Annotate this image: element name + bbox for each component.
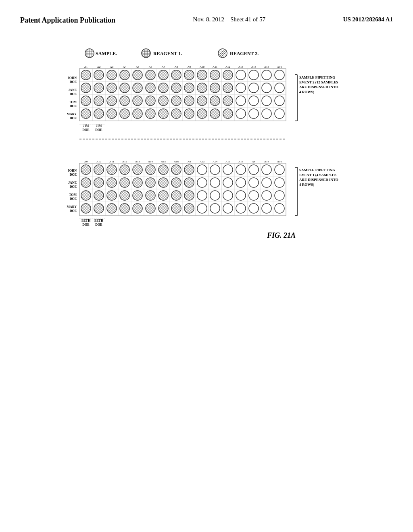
page-container: Patent Application Publication Nov. 8, 2… <box>0 0 413 532</box>
col-a1: A1 <box>84 65 88 69</box>
svg-rect-146 <box>210 109 220 118</box>
svg-rect-70 <box>184 70 194 80</box>
col-a4: A4 <box>123 65 127 69</box>
svg-rect-226 <box>184 191 194 200</box>
row-label-tom-doe-1: TOM <box>69 100 77 104</box>
svg-rect-108 <box>120 96 129 106</box>
cell-t-r1-c13 <box>236 70 246 80</box>
svg-rect-8 <box>85 49 94 58</box>
col-a2: A2 <box>97 65 101 69</box>
svg-rect-84 <box>120 83 129 93</box>
svg-rect-242 <box>171 204 181 213</box>
svg-rect-102 <box>81 96 91 106</box>
svg-rect-132 <box>120 109 129 118</box>
col-a16-top: A16 <box>277 65 282 69</box>
svg-rect-236 <box>133 204 142 213</box>
cell-b-r1-c10 <box>197 165 207 175</box>
cell-b-r1-c16 <box>275 165 284 175</box>
svg-rect-122 <box>210 96 220 106</box>
svg-rect-202 <box>146 178 155 187</box>
annotation-top-1: SAMPLE PIPETTING <box>299 75 335 79</box>
col-b-a12: A12 <box>122 160 127 163</box>
cell-t-r2-c15 <box>262 83 271 93</box>
svg-rect-230 <box>94 204 104 213</box>
svg-rect-200 <box>133 178 142 187</box>
publication-title: Patent Application Publication <box>20 16 115 25</box>
svg-rect-238 <box>146 204 155 213</box>
header-date: Nov. 8, 2012 <box>193 16 224 23</box>
annotation-bot-1: SAMPLE PIPETTING <box>299 168 335 172</box>
svg-rect-188 <box>171 165 181 175</box>
col-a14-top: A14 <box>251 65 257 69</box>
bottom-label-jim-2: JIM <box>96 124 102 128</box>
svg-rect-64 <box>146 70 155 80</box>
cell-t-r3-c16 <box>275 96 284 106</box>
svg-rect-86 <box>133 83 142 93</box>
patent-diagram: SAMPLE. REAGENT 1. <box>65 40 348 516</box>
cell-b-r4-c11 <box>210 204 220 213</box>
svg-rect-194 <box>94 178 104 187</box>
cell-b-r2-c11 <box>210 178 220 187</box>
svg-rect-176 <box>94 165 104 175</box>
svg-rect-66 <box>159 70 168 80</box>
patent-number: US 2012/282684 A1 <box>343 16 393 23</box>
cell-b-r1-c14 <box>249 165 259 175</box>
svg-rect-126 <box>81 109 91 118</box>
cell-b-r3-c10 <box>197 191 207 200</box>
sample-legend: SAMPLE. <box>85 49 117 58</box>
svg-rect-62 <box>133 70 142 80</box>
svg-rect-190 <box>184 165 194 175</box>
col-b-a15: A15 <box>161 160 166 163</box>
cell-b-r1-c15 <box>262 165 271 175</box>
annotation-top-3: ARE DISPENSED INTO <box>299 85 338 89</box>
svg-rect-184 <box>146 165 155 175</box>
svg-rect-216 <box>120 191 129 200</box>
row-label-john-doe-1b: DOE <box>70 80 77 84</box>
bot-label-beth-doe-2: DOE <box>95 223 102 227</box>
col-a9: A9 <box>188 65 191 69</box>
col-b-a16r: A16 <box>238 160 244 163</box>
svg-rect-100 <box>223 83 233 93</box>
svg-rect-106 <box>107 96 117 106</box>
svg-rect-74 <box>210 70 220 80</box>
svg-rect-208 <box>184 178 194 187</box>
svg-rect-92 <box>171 83 181 93</box>
svg-rect-58 <box>107 70 117 80</box>
cell-b-r4-c14 <box>249 204 259 213</box>
row-label-jane-doe-2: JANE <box>68 181 77 185</box>
cell-t-r4-c13 <box>236 109 246 118</box>
svg-rect-118 <box>184 96 194 106</box>
col-a13-top: A13 <box>238 65 244 69</box>
cell-b-r3-c14 <box>249 191 259 200</box>
row-label-mary-doe-1: MARY <box>67 112 77 116</box>
svg-rect-244 <box>184 204 194 213</box>
header-date-sheet: Nov. 8, 2012 Sheet 41 of 57 <box>193 16 265 23</box>
col-b-a14: A14 <box>148 160 153 163</box>
cell-b-r1-c13 <box>236 165 246 175</box>
svg-rect-54 <box>81 70 91 80</box>
cell-b-r3-c16 <box>275 191 284 200</box>
svg-rect-128 <box>94 109 104 118</box>
svg-rect-234 <box>120 204 129 213</box>
cell-t-r4-c14 <box>249 109 259 118</box>
row-label-jane-doe-2b: DOE <box>70 185 77 189</box>
cell-b-r3-c15 <box>262 191 271 200</box>
svg-rect-134 <box>133 109 142 118</box>
svg-rect-96 <box>197 83 207 93</box>
bot-label-beth-1: BETH <box>81 219 91 222</box>
svg-rect-138 <box>159 109 168 118</box>
col-b-a14b: A14 <box>213 160 218 163</box>
col-b-a15b: A15 <box>225 160 231 163</box>
cell-t-r4-c16 <box>275 109 284 118</box>
cell-b-r2-c12 <box>223 178 233 187</box>
svg-rect-136 <box>146 109 155 118</box>
svg-rect-174 <box>81 165 91 175</box>
col-a3: A3 <box>110 65 114 69</box>
col-b-a11: A11 <box>109 160 114 163</box>
reagent2-legend: REAGENT 2. <box>218 49 259 58</box>
annotation-bot-3: ARE DISPENSED INTO <box>299 178 338 182</box>
cell-t-r4-c15 <box>262 109 271 118</box>
cell-t-r3-c14 <box>249 96 259 106</box>
svg-rect-218 <box>133 191 142 200</box>
diagram-container: SAMPLE. REAGENT 1. <box>65 40 348 517</box>
